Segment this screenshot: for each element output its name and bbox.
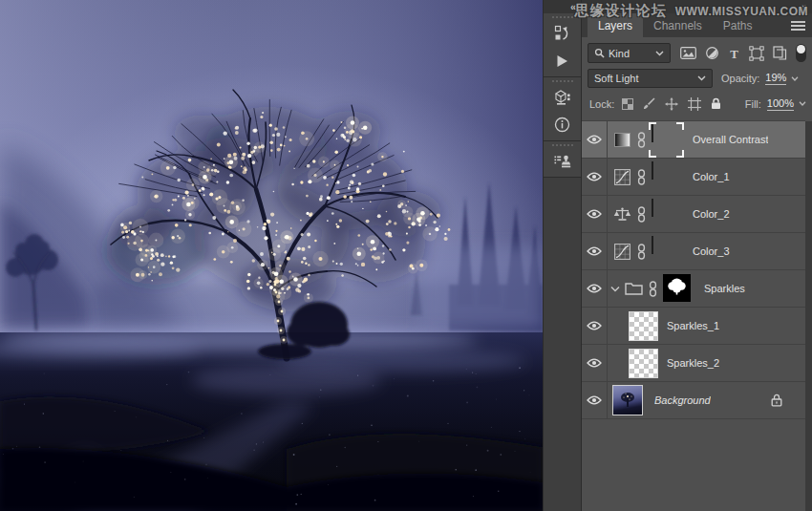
visibility-eye-icon[interactable] (582, 270, 608, 307)
filtering-toggle[interactable] (796, 44, 806, 62)
drag-grip[interactable] (544, 141, 581, 149)
tab-channels[interactable]: Channels (643, 13, 713, 37)
visibility-eye-icon[interactable] (582, 382, 608, 418)
layer-row-color-2[interactable]: Color_2 (582, 196, 805, 233)
layer-name: Background (654, 394, 711, 406)
group-mask-thumbnail[interactable] (663, 274, 693, 304)
tool-presets-panel-button[interactable] (544, 149, 581, 177)
layer-name: Color_2 (693, 208, 730, 220)
opacity-chevron-icon[interactable] (791, 76, 799, 81)
collapse-to-icons-button[interactable]: » (582, 0, 812, 13)
layer-row-content: Sparkles_1 (608, 308, 805, 344)
layer-row-content: Color_1 (608, 159, 805, 195)
curves-adjustment-icon[interactable] (612, 242, 631, 261)
layer-name: Color_3 (693, 245, 730, 257)
background-layer-thumbnail[interactable] (612, 385, 643, 415)
layer-name: Overall Contrast (693, 134, 768, 145)
pixel-layer-filter-icon[interactable] (680, 47, 696, 59)
group-expand-chevron-icon[interactable] (610, 286, 620, 292)
chevron-down-icon (697, 75, 706, 81)
panel-group (544, 77, 581, 141)
opacity-label: Opacity: (721, 73, 759, 84)
history-panel-button[interactable] (544, 21, 581, 49)
layer-row-sparkles[interactable]: Sparkles (582, 270, 805, 308)
actions-play-icon (556, 54, 568, 72)
visibility-eye-icon[interactable] (582, 121, 608, 158)
opacity-value[interactable]: 19% (765, 72, 786, 85)
lock-label: Lock: (589, 98, 614, 110)
lock-artboard-icon[interactable] (688, 97, 701, 111)
filter-kind-dropdown[interactable]: Kind (588, 43, 671, 63)
tab-paths[interactable]: Paths (713, 13, 763, 37)
layer-name: Sparkles_1 (667, 320, 719, 331)
history-panel-icon (554, 25, 570, 45)
layer-row-content: Color_3 (608, 233, 805, 269)
layer-row-color-3[interactable]: Color_3 (582, 233, 805, 270)
curves-adjustment-icon[interactable] (612, 167, 631, 186)
panel-group (544, 141, 581, 178)
layer-row-content: Background (608, 382, 805, 418)
3d-cube-panel-button[interactable] (544, 85, 581, 113)
lock-transparency-icon[interactable] (622, 98, 633, 110)
chain-link-icon (649, 281, 657, 297)
adjustment-layer-filter-icon[interactable] (705, 46, 719, 60)
tab-layers[interactable]: Layers (588, 13, 643, 37)
collapse-right-icon: » (801, 2, 807, 11)
visibility-eye-icon[interactable] (582, 345, 608, 381)
fill-chevron-icon[interactable] (799, 101, 806, 106)
search-icon (594, 48, 605, 58)
transparent-layer-thumbnail[interactable] (629, 349, 658, 378)
panel-tab-bar: LayersChannelsPaths (582, 13, 812, 37)
layer-mask-thumbnail[interactable] (652, 237, 681, 266)
canvas-image[interactable] (0, 0, 543, 511)
layers-panel-controls: Kind T Soft Light Opacity: 19% Lock: Fil… (582, 37, 812, 120)
layer-name: Sparkles_2 (667, 357, 719, 369)
layer-name: Color_1 (693, 171, 730, 182)
gradient-adjustment-icon[interactable] (612, 130, 631, 149)
blend-mode-dropdown[interactable]: Soft Light (588, 69, 713, 88)
lock-all-icon[interactable] (711, 97, 721, 110)
chain-link-icon (637, 169, 646, 185)
drag-grip[interactable] (544, 13, 581, 21)
fill-value[interactable]: 100% (767, 97, 794, 111)
layer-row-content: Overall Contrast (608, 121, 805, 158)
svg-text:T: T (730, 47, 738, 59)
layer-name: Sparkles (704, 283, 745, 294)
info-panel-button[interactable] (544, 113, 581, 140)
panel-menu-icon[interactable] (791, 21, 805, 32)
layer-row-color-1[interactable]: Color_1 (582, 159, 805, 196)
layer-mask-thumbnail[interactable] (652, 162, 681, 192)
expand-panels-button[interactable]: « (544, 0, 581, 13)
smart-object-filter-icon[interactable] (773, 46, 787, 60)
layer-mask-thumbnail[interactable] (652, 200, 681, 229)
visibility-eye-icon[interactable] (582, 159, 608, 195)
layers-panel: » LayersChannelsPaths Kind T Soft Light (581, 0, 812, 511)
lock-paint-icon[interactable] (643, 97, 655, 110)
visibility-eye-icon[interactable] (582, 196, 608, 232)
padlock-icon (771, 394, 782, 407)
lock-position-icon[interactable] (665, 97, 678, 111)
drag-grip[interactable] (544, 77, 581, 85)
transparent-layer-thumbnail[interactable] (629, 311, 658, 341)
layer-row-sparkles-1[interactable]: Sparkles_1 (582, 308, 805, 345)
chain-link-icon (637, 206, 646, 223)
chain-link-icon (637, 132, 646, 148)
tool-presets-panel-icon (554, 154, 571, 173)
actions-play-button[interactable] (544, 49, 581, 76)
layer-row-content: Sparkles (608, 270, 805, 307)
collapse-left-icon: « (570, 2, 576, 11)
shape-layer-filter-icon[interactable] (749, 46, 764, 61)
chevron-down-icon (655, 51, 664, 56)
3d-cube-panel-icon (554, 89, 571, 109)
layer-mask-thumbnail[interactable] (652, 125, 681, 155)
panel-right-gutter (805, 121, 812, 511)
filter-kind-label: Kind (609, 48, 630, 59)
type-layer-filter-icon[interactable]: T (728, 47, 740, 59)
color-balance-adjustment-icon[interactable] (612, 204, 631, 224)
layer-row-sparkles-2[interactable]: Sparkles_2 (582, 345, 805, 382)
visibility-eye-icon[interactable] (582, 233, 608, 269)
layer-row-overall-contrast[interactable]: Overall Contrast (582, 121, 805, 159)
visibility-eye-icon[interactable] (582, 308, 608, 344)
layer-row-background[interactable]: Background (582, 382, 805, 419)
blend-mode-value: Soft Light (594, 73, 638, 84)
